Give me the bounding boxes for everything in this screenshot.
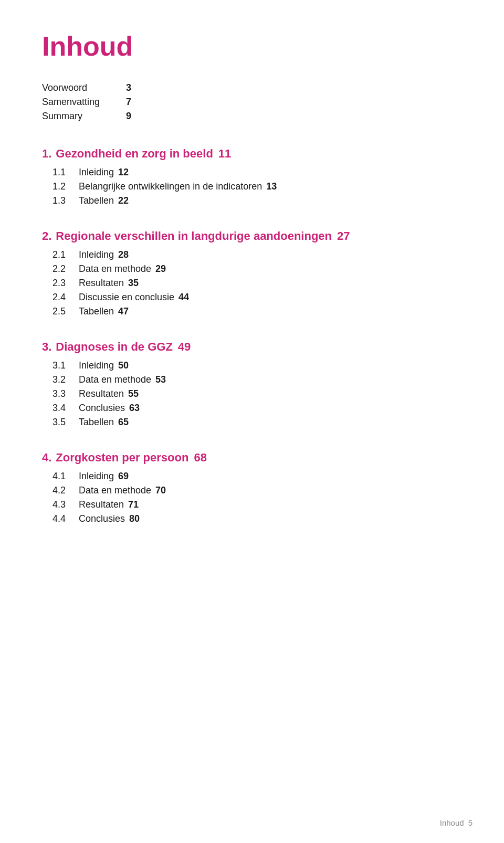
section-2-page: 27 bbox=[337, 229, 350, 243]
section-2-4-number: 2.4 bbox=[52, 292, 79, 303]
section-4-3: 4.3 Resultaten 71 bbox=[52, 499, 462, 510]
section-3-number: 3. bbox=[42, 340, 51, 354]
front-matter-summary-page: 9 bbox=[126, 111, 131, 122]
section-3-1-page: 50 bbox=[118, 360, 129, 371]
section-2-1-page: 28 bbox=[118, 249, 129, 260]
front-matter-summary: Summary 9 bbox=[42, 111, 462, 122]
section-4-2-page: 70 bbox=[155, 485, 166, 496]
page-title: Inhoud bbox=[42, 31, 462, 61]
section-2-3: 2.3 Resultaten 35 bbox=[52, 278, 462, 289]
section-3-4-page: 63 bbox=[129, 403, 140, 414]
section-3-page: 49 bbox=[178, 340, 191, 354]
front-matter-samenvatting-label: Samenvatting bbox=[42, 97, 126, 108]
section-3-5-label: Tabellen bbox=[79, 417, 114, 428]
section-4-3-number: 4.3 bbox=[52, 499, 79, 510]
section-1-3: 1.3 Tabellen 22 bbox=[52, 195, 462, 206]
section-1-3-label: Tabellen bbox=[79, 195, 114, 206]
front-matter-samenvatting: Samenvatting 7 bbox=[42, 97, 462, 108]
section-2-4: 2.4 Discussie en conclusie 44 bbox=[52, 292, 462, 303]
section-2-1-label: Inleiding bbox=[79, 249, 114, 260]
section-3-5-number: 3.5 bbox=[52, 417, 79, 428]
front-matter-summary-label: Summary bbox=[42, 111, 126, 122]
section-1-title: Gezondheid en zorg in beeld bbox=[56, 147, 213, 161]
section-2-header: 2. Regionale verschillen in langdurige a… bbox=[42, 229, 462, 243]
section-4-4: 4.4 Conclusies 80 bbox=[52, 513, 462, 524]
section-3-4-number: 3.4 bbox=[52, 403, 79, 414]
section-4-2: 4.2 Data en methode 70 bbox=[52, 485, 462, 496]
section-2-5-label: Tabellen bbox=[79, 306, 114, 317]
section-4: 4. Zorgkosten per persoon 68 4.1 Inleidi… bbox=[42, 451, 462, 524]
section-1-2-label: Belangrijke ontwikkelingen in de indicat… bbox=[79, 181, 262, 192]
section-4-1-number: 4.1 bbox=[52, 471, 79, 482]
section-2-4-label: Discussie en conclusie bbox=[79, 292, 174, 303]
section-1: 1. Gezondheid en zorg in beeld 11 1.1 In… bbox=[42, 147, 462, 206]
section-4-1: 4.1 Inleiding 69 bbox=[52, 471, 462, 482]
section-3-header: 3. Diagnoses in de GGZ 49 bbox=[42, 340, 462, 354]
section-3-4: 3.4 Conclusies 63 bbox=[52, 403, 462, 414]
section-1-1-label: Inleiding bbox=[79, 167, 114, 178]
section-3-title: Diagnoses in de GGZ bbox=[56, 340, 172, 354]
section-2-number: 2. bbox=[42, 229, 51, 243]
section-1-1: 1.1 Inleiding 12 bbox=[52, 167, 462, 178]
section-1-1-page: 12 bbox=[118, 167, 129, 178]
section-4-2-number: 4.2 bbox=[52, 485, 79, 496]
section-3-items: 3.1 Inleiding 50 3.2 Data en methode 53 … bbox=[42, 360, 462, 428]
front-matter-voorwoord: Voorwoord 3 bbox=[42, 82, 462, 93]
section-3-2-page: 53 bbox=[155, 374, 166, 385]
section-2-2-number: 2.2 bbox=[52, 264, 79, 275]
footer: Inhoud 5 bbox=[440, 818, 472, 827]
section-2-3-label: Resultaten bbox=[79, 278, 124, 289]
section-1-3-page: 22 bbox=[118, 195, 129, 206]
section-2-2-label: Data en methode bbox=[79, 264, 151, 275]
section-3-5: 3.5 Tabellen 65 bbox=[52, 417, 462, 428]
section-1-number: 1. bbox=[42, 147, 51, 161]
section-1-items: 1.1 Inleiding 12 1.2 Belangrijke ontwikk… bbox=[42, 167, 462, 206]
front-matter-samenvatting-page: 7 bbox=[126, 97, 131, 108]
section-3-5-page: 65 bbox=[118, 417, 129, 428]
section-3-3-number: 3.3 bbox=[52, 388, 79, 399]
section-3-3: 3.3 Resultaten 55 bbox=[52, 388, 462, 399]
section-2-items: 2.1 Inleiding 28 2.2 Data en methode 29 … bbox=[42, 249, 462, 317]
section-4-3-label: Resultaten bbox=[79, 499, 124, 510]
section-4-number: 4. bbox=[42, 451, 51, 465]
section-2-3-number: 2.3 bbox=[52, 278, 79, 289]
section-2-4-page: 44 bbox=[178, 292, 189, 303]
section-2-2-page: 29 bbox=[155, 264, 166, 275]
section-2-1: 2.1 Inleiding 28 bbox=[52, 249, 462, 260]
section-3-2-number: 3.2 bbox=[52, 374, 79, 385]
section-3-3-page: 55 bbox=[128, 388, 139, 399]
section-4-1-label: Inleiding bbox=[79, 471, 114, 482]
section-3-4-label: Conclusies bbox=[79, 403, 125, 414]
footer-label: Inhoud bbox=[440, 818, 464, 827]
front-matter-voorwoord-page: 3 bbox=[126, 82, 131, 93]
section-3-1-number: 3.1 bbox=[52, 360, 79, 371]
section-3-1-label: Inleiding bbox=[79, 360, 114, 371]
section-4-title: Zorgkosten per persoon bbox=[56, 451, 188, 465]
front-matter: Voorwoord 3 Samenvatting 7 Summary 9 bbox=[42, 82, 462, 122]
section-3-3-label: Resultaten bbox=[79, 388, 124, 399]
section-4-4-number: 4.4 bbox=[52, 513, 79, 524]
section-2-3-page: 35 bbox=[128, 278, 139, 289]
section-4-4-label: Conclusies bbox=[79, 513, 125, 524]
section-4-page: 68 bbox=[194, 451, 206, 465]
section-1-3-number: 1.3 bbox=[52, 195, 79, 206]
section-1-header: 1. Gezondheid en zorg in beeld 11 bbox=[42, 147, 462, 161]
section-2-title: Regionale verschillen in langdurige aand… bbox=[56, 229, 332, 243]
section-2-5-number: 2.5 bbox=[52, 306, 79, 317]
section-1-1-number: 1.1 bbox=[52, 167, 79, 178]
section-3-1: 3.1 Inleiding 50 bbox=[52, 360, 462, 371]
section-1-2-page: 13 bbox=[266, 181, 277, 192]
section-2-5-page: 47 bbox=[118, 306, 129, 317]
section-3-2-label: Data en methode bbox=[79, 374, 151, 385]
section-4-header: 4. Zorgkosten per persoon 68 bbox=[42, 451, 462, 465]
section-1-2: 1.2 Belangrijke ontwikkelingen in de ind… bbox=[52, 181, 462, 192]
section-1-page: 11 bbox=[218, 147, 231, 161]
section-1-2-number: 1.2 bbox=[52, 181, 79, 192]
section-3-2: 3.2 Data en methode 53 bbox=[52, 374, 462, 385]
section-4-4-page: 80 bbox=[129, 513, 140, 524]
front-matter-voorwoord-label: Voorwoord bbox=[42, 82, 126, 93]
section-4-1-page: 69 bbox=[118, 471, 129, 482]
section-2-1-number: 2.1 bbox=[52, 249, 79, 260]
page-container: Inhoud Voorwoord 3 Samenvatting 7 Summar… bbox=[0, 0, 504, 589]
section-4-3-page: 71 bbox=[128, 499, 139, 510]
